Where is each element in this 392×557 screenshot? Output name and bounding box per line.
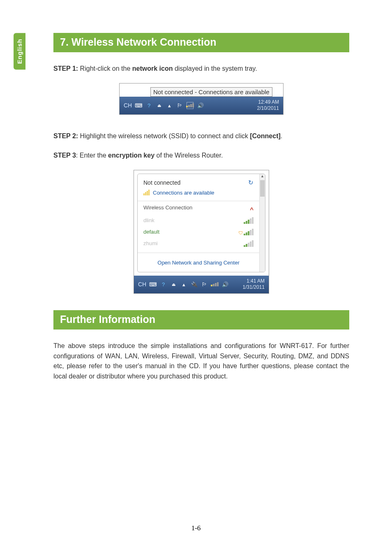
taskbar-clock[interactable]: 12:49 AM 2/10/2011 <box>257 99 279 112</box>
safely-remove-icon[interactable]: ⏏ <box>156 102 163 109</box>
step-3-text-b: of the Wireless Router. <box>154 152 223 159</box>
ime-indicator[interactable]: CH <box>124 102 132 109</box>
safely-remove-icon[interactable]: ⏏ <box>170 281 177 288</box>
popup-subheader: Connections are available <box>138 188 259 201</box>
step-3-text-a: : Enter the <box>76 152 108 159</box>
volume-icon[interactable]: 🔊 <box>197 102 204 109</box>
signal-strength-icon <box>244 217 254 224</box>
network-tooltip: Not connected - Connections are availabl… <box>150 87 272 97</box>
volume-icon[interactable]: 🔊 <box>221 281 228 288</box>
section-heading-further-info: Further Information <box>53 310 349 330</box>
show-hidden-icon[interactable]: ▴ <box>166 102 173 109</box>
scrollbar[interactable]: ▲ <box>259 174 265 272</box>
language-tab: English <box>14 33 25 70</box>
taskbar: CH ⌨ ? ⏏ ▴ 🔌 🏳 🔊 1:41 AM <box>134 276 269 293</box>
scroll-thumb[interactable] <box>260 180 265 197</box>
network-name: dlink <box>143 217 154 223</box>
signal-bars-icon <box>211 282 219 286</box>
page-number: 1-6 <box>0 524 392 532</box>
step-1-bold: network icon <box>132 65 173 72</box>
screenshot-systray-tooltip: Not connected - Connections are availabl… <box>119 83 284 115</box>
step-3-label: STEP 3 <box>53 152 76 159</box>
step-2-text-b: . <box>281 132 282 139</box>
ime-indicator[interactable]: CH <box>138 281 146 288</box>
step-1-text-a: Right-click on the <box>78 65 132 72</box>
keyboard-icon[interactable]: ⌨ <box>150 281 157 288</box>
power-icon[interactable]: 🔌 <box>191 281 198 288</box>
step-3: STEP 3: Enter the encryption key of the … <box>53 151 349 161</box>
action-center-icon[interactable]: 🏳 <box>176 102 183 109</box>
sharing-center-link[interactable]: Open Network and Sharing Center <box>157 260 239 266</box>
network-popup: Not connected ↻ Connections are availabl… <box>137 174 265 272</box>
network-icon[interactable] <box>211 281 218 288</box>
signal-strength-secured-icon: 🛡 <box>238 229 254 235</box>
clock-time: 12:49 AM <box>257 99 279 106</box>
taskbar-clock[interactable]: 1:41 AM 1/31/2011 <box>243 278 265 291</box>
network-item[interactable]: dlink <box>143 215 254 226</box>
step-2-text-a: Highlight the wireless network (SSID) to… <box>78 132 250 139</box>
clock-date: 2/10/2011 <box>257 105 279 112</box>
scroll-up-icon[interactable]: ▲ <box>260 174 265 180</box>
keyboard-icon[interactable]: ⌨ <box>135 102 142 109</box>
section-heading-wireless: 7. Wireless Network Connection <box>53 33 349 52</box>
network-icon[interactable] <box>187 102 194 109</box>
step-1: STEP 1: Right-click on the network icon … <box>53 64 349 74</box>
signal-bars-icon <box>186 103 194 107</box>
taskbar-icons: CH ⌨ ? ⏏ ▴ 🔌 🏳 🔊 <box>138 281 243 288</box>
step-1-text-b: displayed in the system tray. <box>173 65 257 72</box>
popup-subtext: Connections are available <box>153 190 214 196</box>
help-icon[interactable]: ? <box>160 281 167 288</box>
taskbar-icons: CH ⌨ ? ⏏ ▴ 🏳 🔊 <box>124 102 257 109</box>
warning-signal-icon <box>143 190 150 195</box>
network-list: Wireless Connection ^ dlink <box>138 201 259 253</box>
popup-header: Not connected ↻ <box>138 174 259 188</box>
popup-footer: Open Network and Sharing Center <box>138 253 259 272</box>
step-2-bold: [Connect] <box>250 132 281 139</box>
step-1-label: STEP 1: <box>53 65 78 72</box>
network-item[interactable]: default 🛡 <box>143 226 254 238</box>
network-name: default <box>143 229 159 235</box>
clock-date: 1/31/2011 <box>243 284 265 291</box>
page-content: 7. Wireless Network Connection STEP 1: R… <box>53 33 349 391</box>
taskbar: CH ⌨ ? ⏏ ▴ 🏳 🔊 12:49 AM 2/10 <box>120 97 283 114</box>
network-item[interactable]: zhumi <box>143 238 254 249</box>
collapse-icon[interactable]: ^ <box>250 206 254 213</box>
help-icon[interactable]: ? <box>145 102 152 109</box>
clock-time: 1:41 AM <box>243 278 265 285</box>
show-hidden-icon[interactable]: ▴ <box>180 281 187 288</box>
network-name: zhumi <box>143 240 158 246</box>
step-2: STEP 2: Highlight the wireless network (… <box>53 131 349 142</box>
step-2-label: STEP 2: <box>53 132 78 139</box>
signal-strength-icon <box>244 240 254 247</box>
further-info-paragraph: The above steps introduce the simple ins… <box>53 341 349 382</box>
step-3-bold: encryption key <box>108 152 154 159</box>
action-center-icon[interactable]: 🏳 <box>201 281 208 288</box>
network-list-title: Wireless Connection <box>143 204 192 211</box>
popup-status: Not connected <box>143 179 180 186</box>
screenshot-network-popup: Not connected ↻ Connections are availabl… <box>134 170 269 294</box>
refresh-icon[interactable]: ↻ <box>248 179 254 186</box>
